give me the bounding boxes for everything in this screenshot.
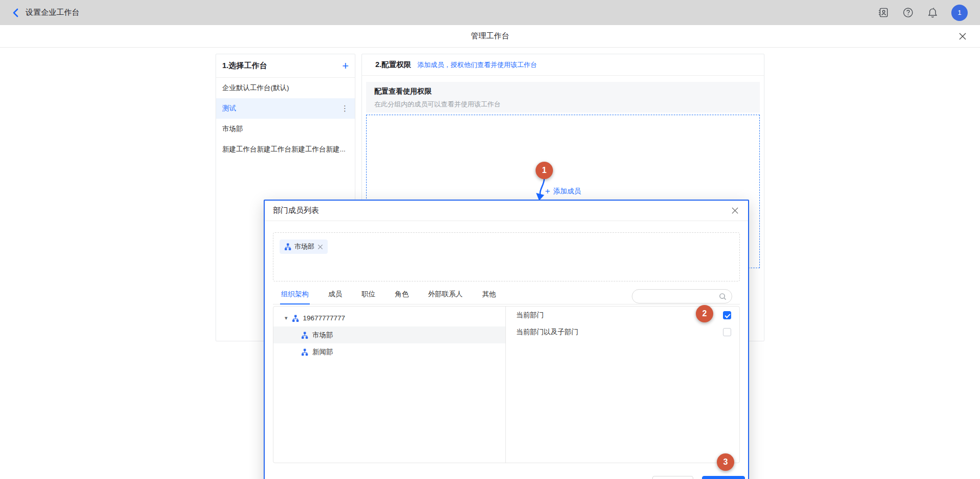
- scope-options: 当前部门 当前部门以及子部门: [506, 307, 739, 463]
- permission-header: 2.配置权限 添加成员，授权他们查看并使用该工作台: [362, 54, 764, 76]
- workspace-list-header: 1.选择工作台 +: [216, 54, 355, 78]
- tab-external-contacts[interactable]: 外部联系人: [427, 288, 464, 303]
- add-workspace-button[interactable]: +: [342, 61, 349, 71]
- topbar-actions: 1: [878, 5, 968, 21]
- permission-step-subtitle: 添加成员，授权他们查看并使用该工作台: [417, 60, 537, 70]
- tree-node-label: 新闻部: [312, 347, 333, 357]
- annotation-step-3: 3: [717, 453, 734, 471]
- workspace-item-default[interactable]: 企业默认工作台(默认): [216, 78, 355, 98]
- tab-org-structure[interactable]: 组织架构: [280, 288, 310, 304]
- annotation-step-1: 1: [536, 162, 553, 179]
- department-icon: [284, 243, 291, 250]
- topbar-title: 设置企业工作台: [26, 8, 79, 17]
- page-header: 管理工作台: [0, 25, 980, 48]
- search-icon: [719, 293, 727, 300]
- tree-node-market-dept[interactable]: 市场部: [273, 326, 505, 343]
- option-current-and-sub-departments: 当前部门以及子部门: [506, 323, 739, 340]
- tree-node-label: 市场部: [312, 331, 333, 340]
- caret-down-icon[interactable]: ▾: [285, 315, 288, 321]
- notification-bell-icon[interactable]: [927, 7, 938, 18]
- modal-close-icon[interactable]: [730, 206, 740, 216]
- workspace-list-title: 1.选择工作台: [222, 61, 267, 71]
- option-label: 当前部门以及子部门: [516, 328, 579, 337]
- tree-node-label: 19677777777: [303, 314, 346, 322]
- search-input[interactable]: [632, 293, 719, 300]
- option-label: 当前部门: [516, 311, 544, 320]
- tag-remove-icon[interactable]: [317, 244, 323, 250]
- department-icon: [301, 332, 308, 339]
- annotation-step-2: 2: [696, 305, 713, 322]
- workspace-item-test[interactable]: 测试 ⋮: [216, 98, 355, 119]
- modal-title: 部门成员列表: [273, 206, 319, 215]
- permission-section: 配置查看使用权限 在此分组内的成员可以查看并使用该工作台: [366, 82, 760, 113]
- tree-node-news-dept[interactable]: 新闻部: [273, 343, 505, 360]
- department-icon: [301, 349, 308, 356]
- back-chevron-icon: [12, 8, 18, 17]
- tab-others[interactable]: 其他: [481, 288, 497, 303]
- topbar: 设置企业工作台 1: [0, 0, 980, 25]
- selected-members-box: 市场部: [273, 232, 740, 281]
- add-member-label: 添加成员: [553, 187, 581, 196]
- permission-step-title: 2.配置权限: [375, 60, 411, 70]
- selected-tag: 市场部: [280, 239, 328, 254]
- selected-tag-label: 市场部: [294, 242, 314, 251]
- workspace-item-market[interactable]: 市场部: [216, 119, 355, 139]
- confirm-button[interactable]: [702, 476, 745, 479]
- checkbox-current-and-sub-departments[interactable]: [723, 328, 731, 336]
- help-icon[interactable]: [902, 7, 913, 18]
- page-title: 管理工作台: [471, 31, 509, 41]
- contacts-icon[interactable]: [878, 7, 889, 18]
- avatar[interactable]: 1: [951, 5, 968, 21]
- workspace-item-new[interactable]: 新建工作台新建工作台新建工作台新建...: [216, 139, 355, 160]
- page-close-icon[interactable]: [957, 31, 968, 41]
- back-button[interactable]: [12, 8, 18, 17]
- workspace-more-icon[interactable]: ⋮: [341, 104, 349, 113]
- modal-header: 部门成员列表: [265, 201, 748, 221]
- cancel-button[interactable]: [652, 476, 693, 479]
- search-box: [632, 289, 732, 303]
- org-tree: ▾ 19677777777 市场部: [273, 307, 506, 463]
- department-member-modal: 部门成员列表 市场部 组织架构 成员 职位 角色: [264, 200, 749, 479]
- annotation-arrow-icon: [532, 176, 553, 203]
- tree-node-company[interactable]: ▾ 19677777777: [273, 310, 505, 326]
- checkbox-current-department[interactable]: [723, 311, 731, 319]
- tab-positions[interactable]: 职位: [360, 288, 376, 303]
- permission-section-desc: 在此分组内的成员可以查看并使用该工作台: [374, 100, 752, 109]
- department-icon: [292, 315, 299, 322]
- modal-content: ▾ 19677777777 市场部: [273, 306, 740, 463]
- permission-section-title: 配置查看使用权限: [374, 87, 752, 96]
- tab-members[interactable]: 成员: [327, 288, 343, 303]
- tab-roles[interactable]: 角色: [394, 288, 410, 303]
